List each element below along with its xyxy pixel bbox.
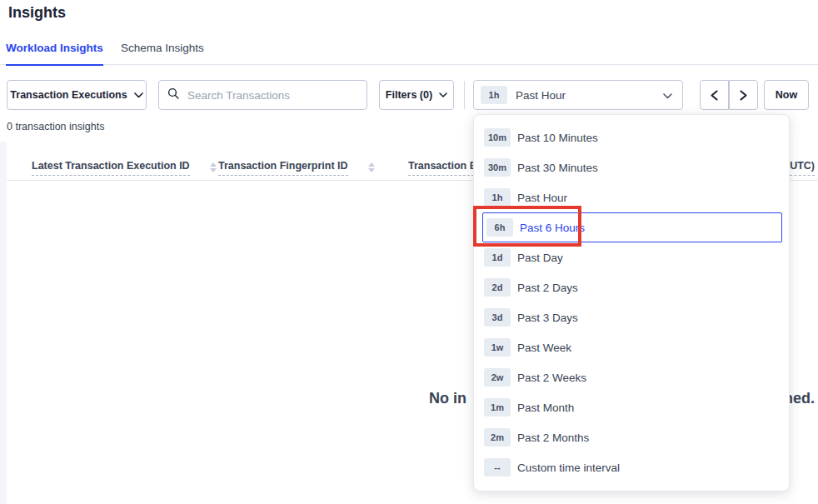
workload-type-select-label: Transaction Executions	[10, 89, 127, 101]
column-header-transaction-fingerprint-id[interactable]: Transaction Fingerprint ID	[218, 160, 375, 176]
interval-badge: --	[484, 458, 511, 477]
interval-label: Past 3 Days	[517, 312, 578, 324]
empty-state-text-left: No in	[429, 390, 466, 407]
time-interval-select[interactable]: 1h Past Hour	[473, 80, 683, 110]
interval-badge: 1w	[484, 338, 511, 357]
interval-label: Past Day	[517, 252, 563, 264]
sort-icon[interactable]	[210, 162, 217, 172]
menu-item-past-3-days[interactable]: 3d Past 3 Days	[474, 302, 789, 332]
chevron-right-icon	[739, 90, 748, 101]
tab-schema-insights[interactable]: Schema Insights	[121, 42, 204, 64]
time-interval-badge: 1h	[481, 86, 507, 104]
filters-button-label: Filters (0)	[386, 89, 432, 101]
interval-label: Past Week	[517, 342, 571, 354]
chevron-left-icon	[710, 90, 719, 101]
interval-badge: 10m	[484, 128, 511, 147]
toolbar-divider	[464, 81, 465, 109]
previous-interval-button[interactable]	[700, 80, 729, 110]
insights-page: Insights Workload Insights Schema Insigh…	[0, 0, 818, 504]
time-range-arrows	[700, 80, 758, 110]
now-button[interactable]: Now	[764, 80, 809, 110]
menu-item-past-6-hours[interactable]: 6h Past 6 Hours	[482, 212, 782, 242]
interval-label: Past 30 Minutes	[517, 162, 598, 174]
interval-label: Past 2 Weeks	[517, 372, 586, 384]
search-transactions-box[interactable]	[158, 80, 367, 110]
interval-badge: 1d	[484, 248, 511, 267]
menu-item-past-hour[interactable]: 1h Past Hour	[474, 182, 789, 212]
interval-badge: 1h	[484, 188, 511, 207]
search-icon	[167, 87, 179, 102]
interval-label: Past 6 Hours	[520, 222, 585, 234]
column-header-label: Latest Transaction Execution ID	[32, 160, 190, 176]
menu-item-past-month[interactable]: 1m Past Month	[474, 392, 789, 422]
menu-item-past-week[interactable]: 1w Past Week	[474, 332, 789, 362]
column-header-label: Transaction Fingerprint ID	[218, 160, 348, 176]
interval-label: Past 2 Months	[517, 432, 589, 444]
menu-item-past-2-weeks[interactable]: 2w Past 2 Weeks	[474, 362, 789, 392]
interval-label: Past 2 Days	[517, 282, 578, 294]
menu-item-past-10-minutes[interactable]: 10m Past 10 Minutes	[474, 122, 789, 152]
menu-item-past-2-days[interactable]: 2d Past 2 Days	[474, 272, 789, 302]
tab-workload-insights[interactable]: Workload Insights	[6, 42, 103, 66]
next-interval-button[interactable]	[729, 80, 758, 110]
interval-badge: 1m	[484, 398, 511, 417]
interval-label: Past Hour	[517, 192, 567, 204]
menu-item-past-30-minutes[interactable]: 30m Past 30 Minutes	[474, 152, 789, 182]
column-header-label: Transaction Ex	[408, 160, 482, 176]
insights-count-text: 0 transaction insights	[7, 121, 104, 132]
search-transactions-input[interactable]	[186, 88, 358, 102]
page-title: Insights	[8, 4, 66, 22]
interval-badge: 2d	[484, 278, 511, 297]
filters-button[interactable]: Filters (0)	[379, 80, 454, 110]
menu-item-custom-time-interval[interactable]: -- Custom time interval	[474, 452, 789, 482]
interval-badge: 6h	[486, 218, 513, 237]
interval-label: Past Month	[517, 402, 574, 414]
chevron-down-icon	[663, 87, 672, 102]
column-header-latest-transaction-execution-id[interactable]: Latest Transaction Execution ID	[32, 160, 217, 176]
now-button-label: Now	[776, 89, 797, 101]
workload-type-select[interactable]: Transaction Executions	[7, 80, 147, 110]
time-interval-label: Past Hour	[516, 89, 663, 102]
column-header-transaction-execution-truncated[interactable]: Transaction Ex	[408, 160, 482, 176]
sort-icon[interactable]	[368, 162, 375, 172]
chevron-down-icon	[134, 92, 143, 98]
menu-item-past-day[interactable]: 1d Past Day	[474, 242, 789, 272]
chevron-down-icon	[439, 92, 447, 97]
time-interval-dropdown-menu: 10m Past 10 Minutes 30m Past 30 Minutes …	[473, 114, 790, 492]
menu-item-past-2-months[interactable]: 2m Past 2 Months	[474, 422, 789, 452]
interval-badge: 2m	[484, 428, 511, 447]
tab-bar: Workload Insights Schema Insights	[0, 37, 818, 65]
interval-label: Custom time interval	[517, 462, 620, 474]
table-left-gutter	[0, 142, 7, 504]
interval-badge: 3d	[484, 308, 511, 327]
interval-badge: 2w	[484, 368, 511, 387]
column-header-utc-truncated[interactable]: UTC)	[790, 160, 815, 176]
interval-badge: 30m	[484, 158, 511, 177]
interval-label: Past 10 Minutes	[517, 132, 598, 144]
column-header-label: UTC)	[790, 160, 815, 176]
